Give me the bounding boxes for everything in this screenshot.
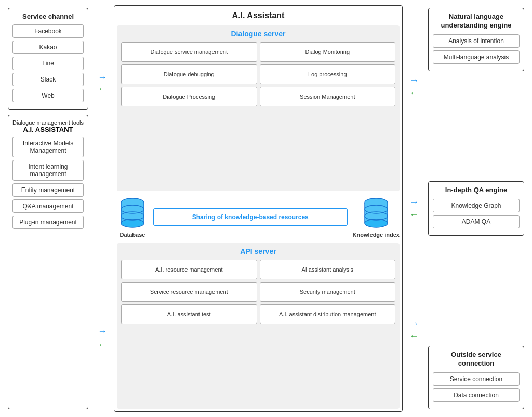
nlu-panel: Natural language understanding engine An… [428, 8, 524, 71]
service-facebook: Facebook [12, 24, 84, 38]
nlu-arrows: → ← [409, 75, 419, 99]
service-slack: Slack [12, 73, 84, 86]
tools-interactive: Interactive Models Management [12, 137, 84, 157]
diagram-container: Service channel Facebook Kakao Line Slac… [0, 0, 532, 417]
tools-plugin: Plug-in management [12, 216, 84, 229]
knowledge-index-icon: Knowledge index [353, 196, 400, 238]
api-box-0: A.I. resource management [121, 260, 257, 279]
ds-box-0: Dialogue service management [121, 42, 257, 62]
api-box-1: AI assistant analysis [260, 260, 396, 279]
api-server-section: API server A.I. resource management AI a… [117, 243, 400, 409]
outside-item-0: Service connection [433, 372, 520, 386]
center-column: A.I. Assistant Dialogue server Dialogue … [114, 5, 403, 412]
arrow-left-tools: ← [98, 340, 107, 349]
qa-title: In-depth QA engine [433, 186, 520, 195]
service-web: Web [12, 89, 84, 102]
qa-item-0: Knowledge Graph [433, 199, 520, 212]
tools-title: A.I. ASSISTANT [12, 126, 84, 133]
outside-title: Outside service connection [433, 351, 520, 368]
arrow-left-service: ← [98, 84, 107, 93]
dialogue-server-title: Dialogue server [121, 30, 395, 38]
service-channel-panel: Service channel Facebook Kakao Line Slac… [8, 8, 88, 110]
api-box-4: A.I. assistant test [121, 304, 257, 324]
service-line: Line [12, 57, 84, 70]
ds-box-5: Session Management [260, 87, 396, 106]
center-right-arrows: → ← → ← → ← [407, 5, 421, 412]
outside-item-1: Data connection [433, 388, 520, 402]
nlu-item-1: Multi-language analysis [433, 50, 520, 64]
database-icon: Database [117, 196, 148, 238]
sharing-box: Sharing of knowledge-based resources [153, 208, 348, 226]
arrow-right-nlu: → [409, 75, 419, 86]
spacer-2 [428, 241, 524, 341]
ai-assistant-panel: A.I. Assistant Dialogue server Dialogue … [114, 5, 403, 412]
arrow-right-outside: → [409, 318, 419, 329]
arrow-left-nlu: ← [409, 88, 419, 99]
knowledge-label: Knowledge index [353, 232, 400, 238]
dialogue-server-grid: Dialogue service management Dialog Monit… [121, 42, 395, 106]
tools-entity: Entity management [12, 183, 84, 197]
knowledge-svg [362, 196, 390, 230]
dialogue-server-section: Dialogue server Dialogue service managem… [117, 25, 400, 191]
spacer-1 [428, 76, 524, 176]
right-column: Natural language understanding engine An… [425, 5, 527, 412]
arrow-right-qa: → [409, 197, 419, 208]
outside-panel: Outside service connection Service conne… [428, 346, 524, 409]
tools-qa: Q&A management [12, 199, 84, 213]
database-svg [118, 196, 147, 230]
qa-arrows: → ← [409, 197, 419, 220]
qa-panel: In-depth QA engine Knowledge Graph ADAM … [428, 181, 524, 236]
ai-assistant-title: A.I. Assistant [117, 8, 400, 23]
ds-box-1: Dialog Monitoring [260, 42, 396, 62]
ds-box-3: Log processing [260, 64, 396, 84]
database-label: Database [120, 232, 145, 238]
api-server-title: API server [121, 247, 395, 255]
qa-item-1: ADAM QA [433, 215, 520, 228]
ds-box-2: Dialogue debugging [121, 64, 257, 84]
nlu-title: Natural language understanding engine [433, 12, 520, 30]
left-center-arrows: → ← → ← [95, 5, 110, 412]
arrow-left-qa: ← [409, 209, 419, 220]
service-channel-title: Service channel [12, 12, 84, 20]
arrow-right-service: → [98, 73, 107, 82]
ds-box-4: Dialogue Processing [121, 87, 257, 106]
tools-subtitle: Dialogue management tools [12, 119, 84, 126]
api-box-5: A.I. assistant distribution management [260, 304, 396, 324]
arrow-right-tools: → [98, 327, 107, 336]
api-server-grid: A.I. resource management AI assistant an… [121, 260, 395, 324]
left-column: Service channel Facebook Kakao Line Slac… [5, 5, 91, 412]
nlu-item-0: Analysis of intention [433, 34, 520, 48]
service-kakao: Kakao [12, 41, 84, 54]
api-box-2: Service resource management [121, 282, 257, 302]
middle-section: Database Sharing of knowledge-based reso… [117, 194, 400, 240]
outside-arrows: → ← [409, 318, 419, 342]
tools-intent: Intent learning management [12, 160, 84, 181]
arrow-left-outside: ← [409, 331, 419, 342]
api-box-3: Security management [260, 282, 396, 302]
tools-panel: Dialogue management tools A.I. ASSISTANT… [8, 115, 88, 409]
